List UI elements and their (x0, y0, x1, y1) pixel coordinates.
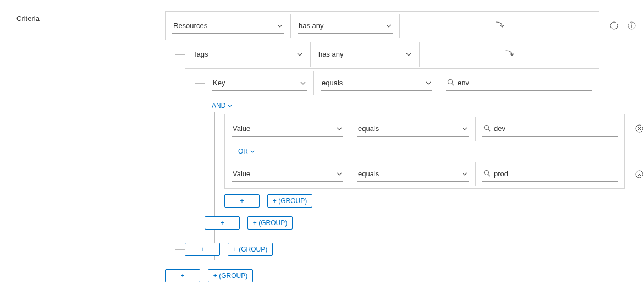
criteria-row-value-dev: Value equals (224, 114, 625, 143)
logic-label-text: OR (238, 148, 248, 155)
criteria-row-value-prod: Value equals (224, 160, 625, 189)
value-input-key[interactable] (446, 75, 592, 91)
chevron-down-icon (300, 80, 306, 86)
chevron-down-icon (462, 126, 467, 132)
attribute-select-value[interactable]: Value (232, 166, 343, 182)
operator-select-equals[interactable]: equals (321, 75, 432, 91)
value-input-dev[interactable] (482, 121, 618, 137)
connector (195, 223, 205, 223)
attribute-select-key[interactable]: Key (212, 75, 307, 91)
add-group-button[interactable]: + (GROUP) (267, 194, 312, 208)
delete-row-button[interactable] (635, 124, 643, 133)
attribute-select-value[interactable]: Value (232, 121, 343, 137)
criteria-row-tags: Tags has any (185, 40, 599, 69)
connector (195, 83, 205, 84)
value-input-field[interactable] (494, 124, 617, 133)
svg-point-2 (631, 24, 632, 25)
attribute-select-label: Value (233, 124, 250, 133)
attribute-select-label: Key (213, 79, 225, 87)
chevron-down-icon (277, 23, 283, 29)
logic-label-text: AND (212, 102, 225, 110)
add-criteria-button[interactable]: + (185, 243, 220, 256)
svg-point-9 (485, 170, 489, 175)
attribute-select-resources[interactable]: Resources (172, 18, 284, 34)
connector (195, 69, 195, 259)
return-arrow-icon (494, 21, 504, 30)
criteria-label: Criteria (11, 11, 154, 282)
add-group-button[interactable]: + (GROUP) (247, 216, 293, 230)
attribute-select-label: Value (233, 170, 250, 178)
add-group-button[interactable]: + (GROUP) (208, 269, 253, 282)
operator-select-label: has any (299, 21, 324, 30)
chevron-down-icon (337, 126, 342, 132)
criteria-row-resources: Resources has any (165, 11, 599, 40)
svg-point-4 (448, 79, 453, 84)
svg-line-7 (488, 129, 491, 131)
chevron-down-icon (337, 171, 342, 177)
svg-line-5 (452, 83, 454, 85)
operator-select-label: equals (358, 124, 379, 133)
search-icon (483, 124, 491, 133)
svg-line-10 (488, 174, 491, 176)
connector (175, 249, 185, 250)
attribute-select-label: Resources (173, 21, 207, 30)
operator-select-label: equals (358, 170, 379, 178)
operator-select-label: equals (322, 79, 343, 87)
attribute-select-label: Tags (193, 50, 208, 58)
logic-operator-or[interactable]: OR (232, 144, 255, 159)
logic-operator-and[interactable]: AND (205, 99, 232, 113)
delete-row-button[interactable] (609, 21, 618, 30)
chevron-down-icon (250, 149, 255, 154)
chevron-down-icon (406, 51, 411, 57)
info-icon[interactable] (627, 21, 636, 30)
operator-select-equals[interactable]: equals (357, 121, 469, 137)
svg-point-6 (485, 125, 489, 129)
chevron-down-icon (462, 171, 467, 177)
delete-row-button[interactable] (635, 170, 643, 179)
connector (175, 54, 185, 55)
chevron-down-icon (228, 103, 232, 108)
add-criteria-button[interactable]: + (165, 269, 200, 282)
operator-select-hasany[interactable]: has any (317, 47, 412, 62)
connector (155, 276, 165, 276)
add-criteria-button[interactable]: + (205, 216, 240, 230)
connector (175, 40, 175, 278)
operator-select-hasany[interactable]: has any (298, 18, 393, 34)
criteria-builder: Resources has any (165, 11, 633, 282)
add-group-button[interactable]: + (GROUP) (228, 243, 273, 256)
search-icon (483, 170, 491, 178)
value-input-field[interactable] (494, 170, 617, 178)
connector (214, 129, 215, 198)
value-input-prod[interactable] (482, 166, 618, 182)
criteria-row-key: Key equals (205, 68, 599, 97)
operator-select-label: has any (318, 50, 344, 58)
chevron-down-icon (297, 51, 302, 57)
connector (214, 129, 224, 129)
return-arrow-icon (504, 50, 514, 59)
chevron-down-icon (426, 80, 431, 86)
connector (214, 201, 224, 201)
search-icon (447, 79, 454, 88)
svg-rect-3 (631, 25, 631, 28)
add-criteria-button[interactable]: + (224, 194, 260, 208)
value-input-field[interactable] (458, 79, 591, 87)
chevron-down-icon (386, 23, 392, 29)
operator-select-equals[interactable]: equals (357, 166, 469, 182)
attribute-select-tags[interactable]: Tags (192, 47, 304, 62)
